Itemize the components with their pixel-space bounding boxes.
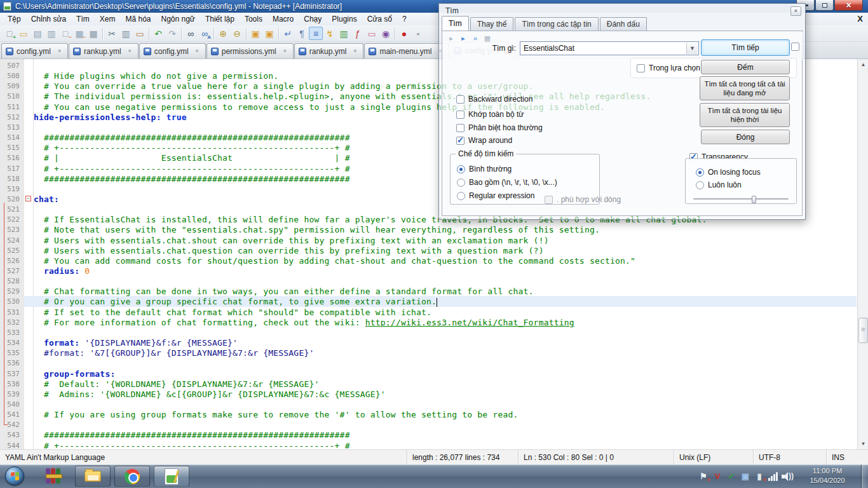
menu-item-macro[interactable]: Macro — [268, 13, 299, 25]
editor-line-536[interactable]: 536 — [0, 358, 857, 369]
editor-line-530[interactable]: 530 # Or you can give a group specific c… — [0, 296, 857, 307]
in-selection-checkbox[interactable]: Trong lựa chọn — [637, 64, 700, 72]
editor-line-525[interactable]: 525 # Users with essentials.chat.questio… — [0, 245, 857, 256]
tab-close-icon[interactable]: × — [126, 47, 134, 55]
transparency-luôn-luôn[interactable]: Luôn luôn — [696, 180, 742, 189]
find-dialog[interactable]: Tìm × TìmThay thếTìm trong các tập tinĐá… — [438, 3, 806, 220]
scrollbar-thumb[interactable] — [858, 318, 868, 343]
menu-item-xem[interactable]: Xem — [95, 13, 121, 25]
show-desktop-button[interactable] — [861, 464, 868, 488]
radio-icon[interactable] — [457, 192, 465, 200]
tab-close-icon[interactable]: × — [55, 47, 64, 55]
replace-icon[interactable]: ∞A — [198, 27, 212, 40]
find-all-current-doc-button[interactable]: Tìm tất cả trong tài liệu hiện thời — [700, 103, 790, 127]
menu-item-chỉnh-sửa[interactable]: Chỉnh sửa — [26, 13, 71, 25]
document-map-icon[interactable]: ▥ — [337, 27, 351, 40]
nav-fast-icon[interactable]: » — [470, 34, 480, 44]
save-file-icon[interactable]: ▤ — [31, 27, 44, 40]
find-what-combobox[interactable]: EssentialsChat ▼ — [520, 41, 699, 55]
sync-vertical-icon[interactable]: ▣ — [248, 27, 262, 40]
monitoring-icon[interactable]: ◉ — [379, 27, 393, 40]
checkbox-icon[interactable] — [791, 43, 799, 51]
menu-item-cửa-sổ[interactable]: Cửa sổ — [362, 13, 397, 25]
tab-rankup.yml[interactable]: rankup.yml× — [294, 43, 364, 58]
shortcut-mapper-icon[interactable]: ↯ — [323, 27, 337, 40]
close-document-icon[interactable]: X — [857, 14, 863, 24]
find-dialog-tab-Thay thế[interactable]: Thay thế — [470, 17, 514, 30]
editor-line-537[interactable]: 537 group-formats: — [0, 369, 857, 379]
find-dialog-header[interactable]: Tìm × TìmThay thếTìm trong các tập tinĐá… — [439, 4, 805, 30]
tab-config.yml[interactable]: config.yml× — [1, 43, 68, 58]
checkbox-icon[interactable] — [545, 196, 553, 204]
editor-line-523[interactable]: 523 # Note that users with the "essentia… — [0, 224, 857, 235]
tab-main-menu.yml[interactable]: main-menu.yml× — [364, 43, 449, 58]
taskbar-item-winrar[interactable] — [46, 468, 61, 484]
slider-thumb[interactable] — [752, 196, 756, 203]
option-khớp-toàn-bộ-từ[interactable]: Khớp toàn bộ từ — [456, 110, 524, 119]
macro-record-icon[interactable]: ● — [397, 27, 411, 40]
usb-device-icon[interactable]: ✓ — [724, 470, 738, 483]
editor-line-532[interactable]: 532 # For more information of chat forma… — [0, 317, 857, 328]
editor-line-538[interactable]: 538 # Default: '{WORLDNAME} {DISPLAYNAME… — [0, 379, 857, 390]
taskbar-item-chrome[interactable] — [114, 466, 150, 487]
zoom-out-icon[interactable]: ⊖ — [230, 27, 244, 40]
folder-as-workspace-icon[interactable]: ▭ — [365, 27, 379, 40]
option-phân-biệt-hoa-thường[interactable]: Phân biệt hoa thường — [456, 123, 543, 132]
word-wrap-icon[interactable]: ↵ — [281, 27, 295, 40]
tab-config.yml[interactable]: config.yml× — [139, 43, 206, 58]
action-center-icon[interactable]: ⚑× — [696, 470, 710, 483]
taskbar-clock[interactable]: 11:00 PM 15/04/2020 — [799, 466, 855, 485]
chevron-down-icon[interactable]: ▼ — [686, 43, 698, 54]
find-next-button[interactable]: Tìm tiếp — [701, 39, 790, 56]
search-mode-bao-g-m-n-r-t-0-x-[interactable]: Bao gồm (\n, \r, \t, \0, \x...) — [457, 178, 557, 187]
checkbox-icon[interactable] — [637, 64, 645, 72]
search-mode-b-nh-th-ng[interactable]: Bình thường — [457, 165, 512, 173]
menu-item-tools[interactable]: Tools — [240, 13, 268, 25]
editor-line-541[interactable]: 541 # If you are using group formats mak… — [0, 409, 857, 420]
editor-line-526[interactable]: 526 # You can add command costs for shou… — [0, 255, 857, 266]
close-dialog-button[interactable]: Đóng — [701, 130, 790, 144]
checkbox-icon[interactable] — [456, 124, 465, 132]
find-all-open-docs-button[interactable]: Tìm tất cả trong tất cả tài liệu đang mở — [700, 76, 790, 100]
find-next-extra-checkbox[interactable] — [791, 43, 803, 51]
undo-icon[interactable]: ↶ — [151, 27, 165, 40]
regex-matches-newline-checkbox[interactable]: . phù hợp với dòng — [545, 195, 621, 204]
editor-line-533[interactable]: 533 — [0, 327, 857, 338]
editor-line-540[interactable]: 540 — [0, 399, 857, 410]
option-wrap-around[interactable]: Wrap around — [456, 136, 512, 145]
cut-icon[interactable]: ✂ — [105, 27, 119, 40]
print-icon[interactable]: ▦ — [86, 27, 100, 40]
checkbox-checked-icon[interactable] — [456, 137, 465, 145]
display-settings-icon[interactable]: ▣ — [738, 470, 752, 483]
menu-item-ngôn-ngữ[interactable]: Ngôn ngữ — [156, 13, 200, 25]
paste-icon[interactable]: ▭ — [133, 27, 147, 40]
fold-collapse-icon[interactable]: − — [25, 196, 31, 201]
editor-line-529[interactable]: 529 # Chat formatting can be done in two… — [0, 286, 857, 297]
close-all-icon[interactable]: ▦− — [72, 27, 86, 40]
macro-playback-icon[interactable]: ▪ — [411, 27, 425, 40]
copy-icon[interactable]: ▥ — [119, 27, 133, 40]
vertical-scrollbar[interactable]: ▲ ▼ — [857, 59, 868, 449]
search-mode-regular-expression[interactable]: Regular expression — [457, 191, 534, 200]
tab-close-icon[interactable]: × — [193, 47, 201, 55]
radio-selected-icon[interactable] — [696, 168, 704, 177]
scroll-up-icon[interactable]: ▲ — [858, 59, 868, 70]
restore-button[interactable] — [815, 0, 834, 11]
editor-line-527[interactable]: 527 radius: 0 — [0, 266, 857, 276]
transparency-on-losing-focus[interactable]: On losing focus — [696, 168, 761, 177]
editor-line-542[interactable]: 542 — [0, 419, 857, 430]
function-list-icon[interactable]: ƒ — [351, 27, 365, 40]
editor-line-534[interactable]: 534 format: '{DISPLAYNAME}&f:&r {MESSAGE… — [0, 337, 857, 348]
find-dialog-tab-Tìm trong các tập tin[interactable]: Tìm trong các tập tin — [515, 17, 598, 30]
status-typing-mode[interactable]: INS — [826, 450, 868, 464]
editor-line-539[interactable]: 539 # Admins: '{WORLDNAME} &c[{GROUP}]&r… — [0, 389, 857, 400]
checkbox-icon[interactable] — [456, 111, 465, 119]
nav-next-icon[interactable]: ▸ — [458, 34, 468, 44]
radio-selected-icon[interactable] — [457, 165, 465, 173]
editor-line-531[interactable]: 531 # If set to the default chat format … — [0, 307, 857, 318]
indent-guide-icon[interactable]: ≡ — [309, 27, 323, 40]
volume-icon[interactable]: )) — [780, 470, 794, 483]
find-dialog-tab-Tìm[interactable]: Tìm — [442, 16, 469, 30]
find-icon[interactable]: ∞ — [184, 27, 198, 40]
tab-permissions.yml[interactable]: permissions.yml× — [207, 43, 294, 58]
